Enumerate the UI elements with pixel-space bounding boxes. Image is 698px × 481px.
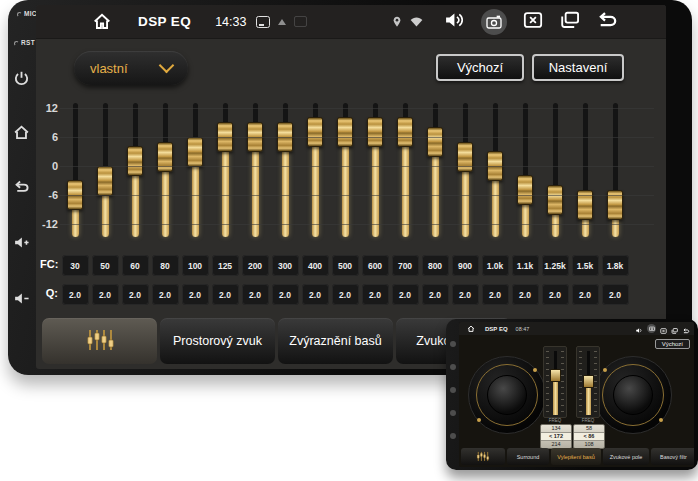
home-icon[interactable] xyxy=(92,12,112,31)
eq-slider-handle[interactable] xyxy=(127,146,143,176)
back-icon[interactable] xyxy=(596,11,618,33)
inset-head-unit: DSP EQ 08:47 Výchozí xyxy=(446,319,698,470)
inset-screenshot-icon[interactable] xyxy=(647,324,656,333)
eq-slider-handle[interactable] xyxy=(517,175,533,205)
q-chip[interactable]: 2.0 xyxy=(242,284,269,305)
q-chip[interactable]: 2.0 xyxy=(302,284,329,305)
eq-slider-fill xyxy=(252,137,259,237)
fc-chip[interactable]: 600 xyxy=(362,255,389,276)
inset-value-row: 108 xyxy=(574,441,604,448)
q-chip[interactable]: 2.0 xyxy=(602,284,629,305)
eq-scale-label: -12 xyxy=(36,217,58,231)
eq-slider-handle[interactable] xyxy=(427,127,443,157)
eq-scale-label: 6 xyxy=(36,130,58,144)
eq-slider-handle[interactable] xyxy=(337,117,353,147)
eq-slider-handle[interactable] xyxy=(547,185,563,215)
inset-default-button[interactable]: Výchozí xyxy=(655,339,690,349)
q-chip[interactable]: 2.0 xyxy=(332,284,359,305)
tab-bass-boost[interactable]: Zvýraznění basů xyxy=(278,318,393,364)
q-chip[interactable]: 2.0 xyxy=(212,284,239,305)
fc-chip[interactable]: 800 xyxy=(422,255,449,276)
inset-tab-surround[interactable]: Surround xyxy=(507,448,549,465)
tab-eq[interactable] xyxy=(42,318,157,364)
fc-chip[interactable]: 30 xyxy=(62,255,89,276)
inset-home-hw-icon[interactable] xyxy=(450,364,456,370)
fc-chip[interactable]: 300 xyxy=(272,255,299,276)
q-chip[interactable]: 2.0 xyxy=(272,284,299,305)
fc-chip[interactable]: 400 xyxy=(302,255,329,276)
inset-slider-label: FREQ xyxy=(540,418,570,423)
inset-tab-sound-field[interactable]: Zvukové pole xyxy=(603,448,649,465)
fc-chip[interactable]: 700 xyxy=(392,255,419,276)
volume-up-icon[interactable] xyxy=(13,234,30,251)
volume-icon[interactable] xyxy=(443,10,465,34)
fc-chip[interactable]: 50 xyxy=(92,255,119,276)
q-chip[interactable]: 2.0 xyxy=(392,284,419,305)
inset-back-icon[interactable] xyxy=(682,322,690,338)
fc-chip[interactable]: 900 xyxy=(452,255,479,276)
fc-chip[interactable]: 80 xyxy=(152,255,179,276)
q-chip[interactable]: 2.0 xyxy=(182,284,209,305)
inset-slider-handle[interactable] xyxy=(583,375,594,388)
recent-apps-icon[interactable] xyxy=(559,11,580,33)
inset-close-app-icon[interactable] xyxy=(660,322,667,338)
q-chip[interactable]: 2.0 xyxy=(452,284,479,305)
q-chip[interactable]: 2.0 xyxy=(92,284,119,305)
q-chip[interactable]: 2.0 xyxy=(422,284,449,305)
volume-down-icon[interactable] xyxy=(13,290,30,307)
inset-volume-up-icon[interactable] xyxy=(450,410,456,416)
eq-slider-fill xyxy=(282,137,289,237)
inset-recent-apps-icon[interactable] xyxy=(671,322,678,338)
q-chip[interactable]: 2.0 xyxy=(122,284,149,305)
fc-chip[interactable]: 60 xyxy=(122,255,149,276)
inset-back-hw-icon[interactable] xyxy=(450,387,456,393)
inset-value-box[interactable]: 58< 86108 xyxy=(573,424,605,449)
q-chip[interactable]: 2.0 xyxy=(62,284,89,305)
eq-slider-handle[interactable] xyxy=(187,137,203,167)
settings-button[interactable]: Nastavení xyxy=(532,54,624,81)
eq-scale-label: 12 xyxy=(36,101,58,115)
q-chip[interactable]: 2.0 xyxy=(572,284,599,305)
inset-volume-down-icon[interactable] xyxy=(450,433,456,439)
fc-chip[interactable]: 200 xyxy=(242,255,269,276)
fc-chip[interactable]: 1.5k xyxy=(572,255,599,276)
q-chip[interactable]: 2.0 xyxy=(512,284,539,305)
inset-tab-bass-boost[interactable]: Vylepšení basů xyxy=(551,448,601,465)
inset-tab-bass-filter[interactable]: Basový filtr xyxy=(651,448,694,465)
tab-surround[interactable]: Prostorový zvuk xyxy=(160,318,275,364)
fc-chip[interactable]: 1.1k xyxy=(512,255,539,276)
default-button[interactable]: Výchozí xyxy=(436,54,524,81)
eq-slider-handle[interactable] xyxy=(367,117,383,147)
inset-volume-icon[interactable] xyxy=(635,322,643,338)
back-hw-icon[interactable] xyxy=(13,179,30,196)
inset-value-box[interactable]: 134< 172214 xyxy=(540,424,572,449)
inset-tab-eq[interactable] xyxy=(461,448,505,465)
home-hw-icon[interactable] xyxy=(13,124,30,141)
fc-chip[interactable]: 1.25k xyxy=(542,255,569,276)
preset-value: vlastní xyxy=(90,61,128,76)
power-icon[interactable] xyxy=(13,70,30,87)
eq-slider-handle[interactable] xyxy=(307,117,323,147)
fc-chip[interactable]: 125 xyxy=(212,255,239,276)
q-chip[interactable]: 2.0 xyxy=(362,284,389,305)
inset-slider-handle[interactable] xyxy=(550,369,561,382)
eq-slider-handle[interactable] xyxy=(97,166,113,196)
eq-slider-fill xyxy=(402,132,409,237)
close-app-icon[interactable] xyxy=(523,11,543,33)
fc-label: FC: xyxy=(40,258,58,270)
fc-chip[interactable]: 100 xyxy=(182,255,209,276)
q-chip[interactable]: 2.0 xyxy=(482,284,509,305)
q-chip[interactable]: 2.0 xyxy=(152,284,179,305)
eq-slider-handle[interactable] xyxy=(397,117,413,147)
preset-dropdown[interactable]: vlastní xyxy=(74,51,188,85)
main-screen: DSP EQ 14:33 xyxy=(36,5,666,369)
fc-chip[interactable]: 1.0k xyxy=(482,255,509,276)
inset-home-icon[interactable] xyxy=(467,325,475,332)
q-chip[interactable]: 2.0 xyxy=(542,284,569,305)
fc-chip[interactable]: 1.8k xyxy=(602,255,629,276)
fc-chip[interactable]: 500 xyxy=(332,255,359,276)
screenshot-icon[interactable] xyxy=(481,9,507,35)
inset-power-icon[interactable] xyxy=(450,341,456,347)
mic-label: MIC xyxy=(17,10,37,17)
inset-value-row: 58 xyxy=(574,425,604,433)
